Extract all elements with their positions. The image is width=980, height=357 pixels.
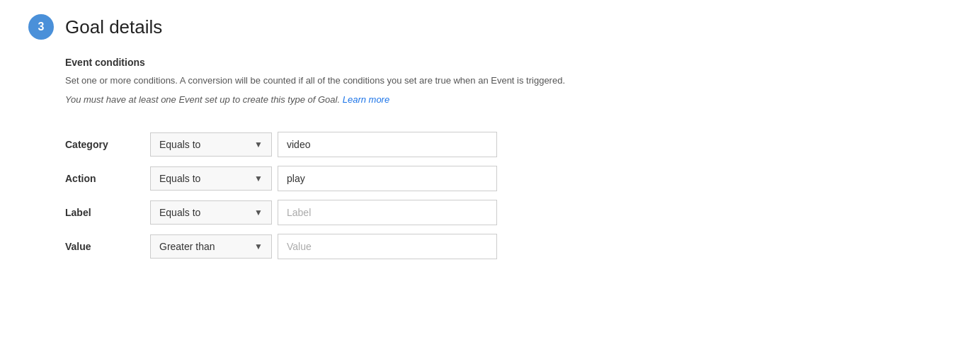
condition-label-action: Action [65, 164, 150, 193]
page-header: 3 Goal details [28, 14, 952, 40]
conditions-grid: Category Equals to ▼ Action Equals to ▼ … [65, 128, 952, 264]
condition-label-category: Category [65, 130, 150, 159]
condition-label-value: Value [65, 232, 150, 261]
label-operator-select[interactable]: Equals to ▼ [150, 200, 272, 225]
section-description-italic: You must have at least one Event set up … [65, 93, 702, 108]
value-value-input[interactable] [278, 234, 497, 259]
chevron-down-icon: ▼ [254, 208, 263, 217]
page-title: Goal details [65, 16, 162, 38]
category-operator-select[interactable]: Equals to ▼ [150, 132, 272, 157]
section-title: Event conditions [65, 57, 952, 68]
category-value-input[interactable] [278, 132, 497, 157]
step-circle: 3 [28, 14, 54, 40]
label-value-input[interactable] [278, 200, 497, 225]
condition-label-label: Label [65, 198, 150, 227]
learn-more-link[interactable]: Learn more [343, 94, 389, 105]
chevron-down-icon: ▼ [254, 242, 263, 251]
chevron-down-icon: ▼ [254, 174, 263, 183]
value-operator-select[interactable]: Greater than ▼ [150, 234, 272, 259]
chevron-down-icon: ▼ [254, 140, 263, 149]
action-value-input[interactable] [278, 166, 497, 191]
action-operator-select[interactable]: Equals to ▼ [150, 166, 272, 191]
event-conditions-section: Event conditions Set one or more conditi… [65, 57, 952, 264]
section-description: Set one or more conditions. A conversion… [65, 74, 702, 89]
